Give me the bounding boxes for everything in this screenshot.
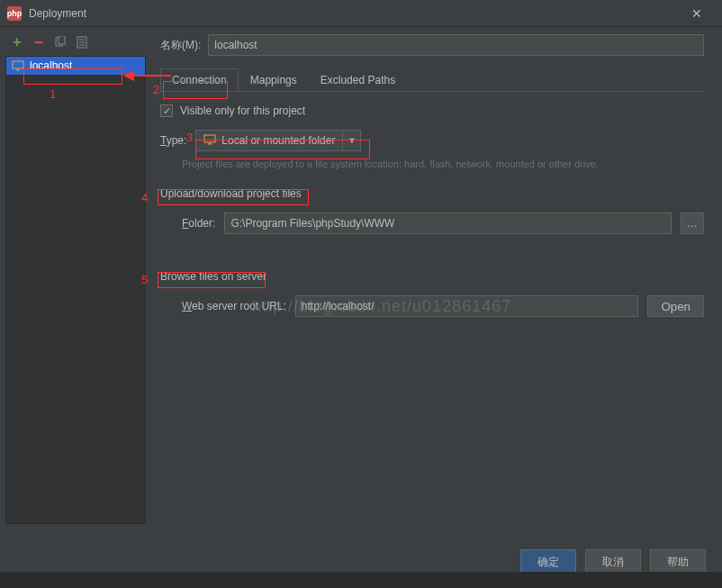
copy-icon[interactable] <box>54 36 67 49</box>
tab-mappings[interactable]: Mappings <box>239 68 309 91</box>
type-hint: Project files are deployed to a file sys… <box>182 158 704 169</box>
name-input[interactable] <box>208 34 704 56</box>
folder-row: Folder: … <box>160 213 704 234</box>
tab-connection[interactable]: Connection <box>160 68 239 91</box>
close-icon[interactable]: ✕ <box>679 0 715 27</box>
clipboard-icon[interactable] <box>76 36 88 49</box>
section-browse-title: Browse files on server <box>160 270 266 283</box>
type-row: Type: Local or mounted folder ▼ <box>160 130 704 151</box>
remove-icon[interactable]: − <box>32 36 45 49</box>
type-label: Type: <box>160 134 186 147</box>
svg-rect-9 <box>204 135 215 142</box>
url-label: Web server root URL: <box>182 300 286 312</box>
content-area: + − localhost 名称(M): Connection <box>0 27 722 536</box>
server-list[interactable]: localhost <box>5 56 146 524</box>
server-item-label: localhost <box>30 59 72 72</box>
visible-only-checkbox[interactable]: ✓ <box>160 104 173 117</box>
monitor-icon <box>203 134 216 148</box>
name-label: 名称(M): <box>160 38 201 53</box>
window-title: Deployment <box>29 7 679 20</box>
main-panel: 名称(M): Connection Mappings Excluded Path… <box>146 27 722 536</box>
status-bar <box>0 572 722 588</box>
tab-excluded-paths[interactable]: Excluded Paths <box>309 68 407 91</box>
url-row: Web server root URL: Open <box>160 295 704 317</box>
tabs: Connection Mappings Excluded Paths <box>160 68 704 92</box>
svg-rect-1 <box>59 36 65 44</box>
sidebar: + − localhost <box>0 27 146 536</box>
monitor-icon <box>12 60 24 71</box>
open-button[interactable]: Open <box>647 295 704 317</box>
titlebar: php Deployment ✕ <box>0 0 722 27</box>
type-select[interactable]: Local or mounted folder ▼ <box>195 130 361 151</box>
visible-only-row: ✓ Visible only for this project <box>160 104 704 117</box>
url-input[interactable] <box>295 295 639 317</box>
section-upload-title: Upload/download project files <box>160 187 302 200</box>
sidebar-toolbar: + − <box>5 32 146 56</box>
chevron-down-icon: ▼ <box>342 131 360 150</box>
folder-input[interactable] <box>224 213 672 234</box>
svg-rect-6 <box>13 61 23 68</box>
type-value: Local or mounted folder <box>221 134 335 147</box>
browse-folder-button[interactable]: … <box>681 213 704 234</box>
name-row: 名称(M): <box>160 34 704 56</box>
app-icon: php <box>7 6 22 21</box>
visible-only-label: Visible only for this project <box>180 104 305 117</box>
folder-label: Folder: <box>182 217 215 230</box>
server-item-localhost[interactable]: localhost <box>6 57 145 75</box>
add-icon[interactable]: + <box>11 36 23 49</box>
